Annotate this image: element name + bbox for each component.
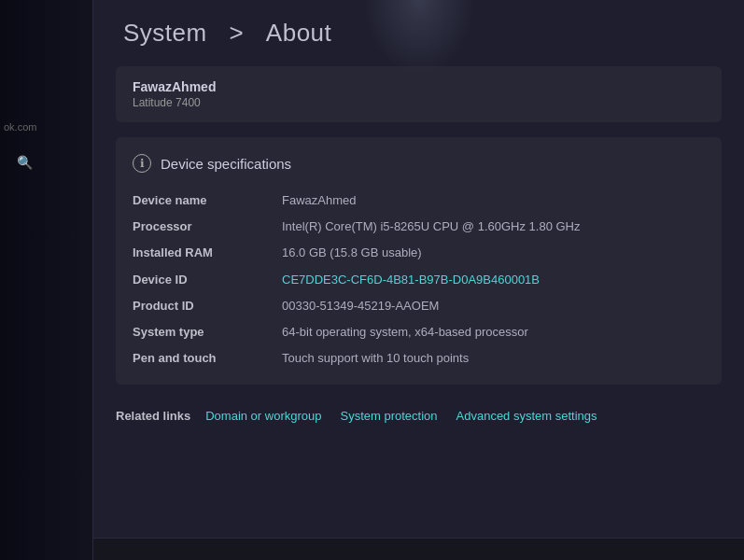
related-links-container: Domain or workgroupSystem protectionAdva… <box>205 409 615 423</box>
spec-value: FawazAhmed <box>282 188 705 214</box>
device-name-label: FawazAhmed <box>133 79 705 94</box>
spec-value: Intel(R) Core(TM) i5-8265U CPU @ 1.60GHz… <box>282 214 705 240</box>
spec-value: CE7DDE3C-CF6D-4B81-B97B-D0A9B460001B <box>282 267 705 293</box>
spec-value: 16.0 GB (15.8 GB usable) <box>282 240 705 266</box>
breadcrumb-separator: > <box>229 19 244 47</box>
breadcrumb-system: System <box>123 19 207 47</box>
related-link[interactable]: Advanced system settings <box>456 409 597 423</box>
related-link[interactable]: System protection <box>340 409 437 423</box>
related-link[interactable]: Domain or workgroup <box>205 409 321 423</box>
spec-value: 64-bit operating system, x64-based proce… <box>282 319 705 345</box>
specs-section: ℹ Device specifications Device nameFawaz… <box>116 137 722 385</box>
specs-grid: Device nameFawazAhmedProcessorIntel(R) C… <box>133 188 705 371</box>
related-links-label: Related links <box>116 409 190 423</box>
spec-label: Device ID <box>133 267 282 293</box>
spec-label: Installed RAM <box>133 240 282 266</box>
main-content: System > About FawazAhmed Latitude 7400 … <box>93 0 744 560</box>
related-links-section: Related links Domain or workgroupSystem … <box>116 399 722 423</box>
device-model-label: Latitude 7400 <box>133 96 705 109</box>
breadcrumb-about: About <box>266 19 331 47</box>
spec-label: Processor <box>133 214 282 240</box>
spec-label: Device name <box>133 188 282 214</box>
spec-label: Product ID <box>133 293 282 319</box>
spec-label: System type <box>133 319 282 345</box>
page-title: System > About <box>116 19 722 48</box>
specs-title: Device specifications <box>161 156 291 172</box>
bottom-bar <box>93 538 744 560</box>
specs-header: ℹ Device specifications <box>133 154 705 173</box>
device-name-section: FawazAhmed Latitude 7400 <box>116 66 722 122</box>
sidebar-url: ok.com <box>4 121 36 133</box>
info-icon: ℹ <box>133 154 151 173</box>
search-icon[interactable]: 🔍 <box>11 149 37 175</box>
spec-value: Touch support with 10 touch points <box>282 345 705 371</box>
spec-label: Pen and touch <box>133 345 282 371</box>
spec-value: 00330-51349-45219-AAOEM <box>282 293 705 319</box>
sidebar: ok.com 🔍 <box>0 0 93 560</box>
